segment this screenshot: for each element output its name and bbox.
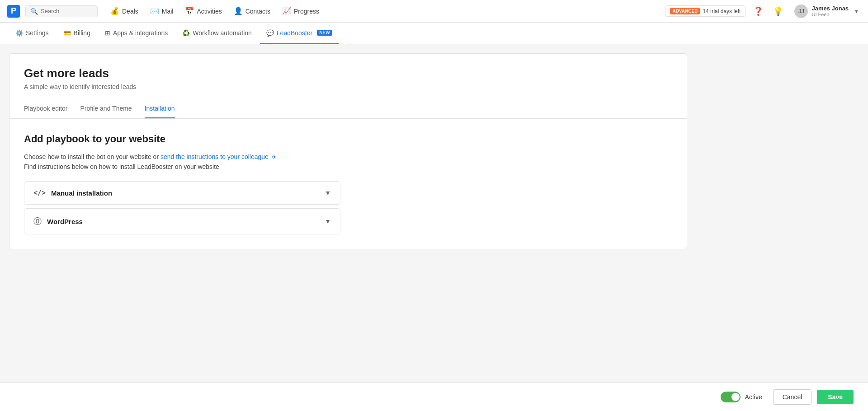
- avatar-initials: JJ: [798, 8, 804, 14]
- description-text: Choose how to install the bot on your we…: [24, 153, 672, 160]
- nav-right: ADVANCED 14 trial days left ❓ 💡 JJ James…: [665, 3, 863, 20]
- page-subtitle: A simple way to identify interested lead…: [24, 83, 672, 90]
- sec-nav-workflow-label: Workflow automation: [193, 29, 251, 37]
- progress-icon: 📈: [282, 7, 291, 15]
- user-info: James Jonas UI Feed: [811, 5, 849, 17]
- tab-profile[interactable]: Profile and Theme: [80, 99, 132, 118]
- sec-nav-billing-label: Billing: [74, 29, 90, 37]
- avatar: JJ: [794, 5, 808, 18]
- user-profile[interactable]: JJ James Jonas UI Feed ▼: [791, 3, 863, 20]
- find-text: Find instructions below on how to instal…: [24, 163, 672, 170]
- link-text: send the instructions to your colleague: [160, 153, 269, 160]
- sec-nav-billing[interactable]: 💳 Billing: [57, 23, 97, 44]
- search-box[interactable]: 🔍: [25, 5, 98, 17]
- card-body: Add playbook to your website Choose how …: [9, 119, 687, 249]
- accordion: </> Manual installation ▼ ⓪ WordPress ▼: [24, 181, 340, 234]
- settings-icon: ⚙️: [15, 29, 23, 37]
- activities-icon: 📅: [185, 7, 194, 15]
- tab-installation-label: Installation: [145, 105, 175, 112]
- tips-button[interactable]: 💡: [771, 4, 785, 19]
- nav-label-progress: Progress: [294, 8, 319, 15]
- top-nav: P 🔍 💰 Deals ✉️ Mail 📅 Activities 👤 Conta…: [0, 0, 868, 23]
- mail-icon: ✉️: [150, 7, 159, 15]
- send-icon: ✈: [272, 154, 277, 160]
- trial-text: 14 trial days left: [703, 8, 741, 14]
- accordion-item-wordpress: ⓪ WordPress ▼: [24, 208, 340, 234]
- accordion-item-manual: </> Manual installation ▼: [24, 181, 340, 205]
- help-icon: ❓: [753, 6, 763, 16]
- trial-badge[interactable]: ADVANCED 14 trial days left: [665, 5, 745, 17]
- active-toggle[interactable]: [721, 392, 741, 402]
- content-card: Get more leads A simple way to identify …: [9, 53, 687, 249]
- main-content: Get more leads A simple way to identify …: [0, 44, 868, 411]
- tab-playbook-label: Playbook editor: [24, 105, 68, 112]
- card-header: Get more leads A simple way to identify …: [9, 54, 687, 99]
- sec-nav-apps-label: Apps & integrations: [113, 29, 168, 37]
- sec-nav-leadbooster-label: LeadBooster: [277, 29, 312, 37]
- accordion-left-wordpress: ⓪ WordPress: [33, 216, 83, 227]
- bottom-bar: Active Cancel Save: [0, 382, 868, 411]
- accordion-left-manual: </> Manual installation: [33, 189, 112, 197]
- search-input[interactable]: [41, 8, 90, 14]
- leadbooster-icon: 💬: [266, 29, 274, 37]
- app-logo[interactable]: P: [5, 3, 22, 19]
- section-title: Add playbook to your website: [24, 133, 672, 145]
- nav-item-progress[interactable]: 📈 Progress: [277, 4, 325, 18]
- accordion-header-wordpress[interactable]: ⓪ WordPress ▼: [24, 209, 340, 234]
- colleague-link[interactable]: send the instructions to your colleague: [160, 153, 269, 160]
- chevron-down-icon: ▼: [325, 189, 331, 196]
- sec-nav-settings-label: Settings: [26, 29, 49, 37]
- accordion-label-wordpress: WordPress: [47, 218, 83, 225]
- description-prefix: Choose how to install the bot on your we…: [24, 153, 160, 160]
- search-icon: 🔍: [30, 8, 38, 15]
- wordpress-icon: ⓪: [33, 216, 42, 227]
- sec-nav-leadbooster[interactable]: 💬 LeadBooster NEW: [260, 23, 339, 44]
- toggle-wrapper: Active: [721, 392, 762, 402]
- accordion-label-manual: Manual installation: [51, 189, 112, 197]
- nav-item-contacts[interactable]: 👤 Contacts: [228, 4, 276, 18]
- nav-label-contacts: Contacts: [245, 8, 270, 15]
- tab-playbook[interactable]: Playbook editor: [24, 99, 68, 118]
- nav-label-mail: Mail: [162, 8, 174, 15]
- toggle-slider: [721, 392, 741, 402]
- help-button[interactable]: ❓: [751, 4, 765, 19]
- toggle-label: Active: [745, 393, 762, 401]
- billing-icon: 💳: [63, 29, 71, 37]
- nav-label-activities: Activities: [197, 8, 222, 15]
- chevron-down-icon-wp: ▼: [325, 218, 331, 225]
- second-nav: ⚙️ Settings 💳 Billing ⊞ Apps & integrati…: [0, 23, 868, 44]
- contacts-icon: 👤: [234, 7, 243, 15]
- accordion-header-manual[interactable]: </> Manual installation ▼: [24, 182, 340, 204]
- advanced-tag: ADVANCED: [670, 8, 700, 14]
- user-name: James Jonas: [811, 5, 849, 12]
- page-title: Get more leads: [24, 66, 672, 80]
- nav-items: 💰 Deals ✉️ Mail 📅 Activities 👤 Contacts …: [105, 4, 665, 18]
- card-tabs: Playbook editor Profile and Theme Instal…: [9, 99, 687, 119]
- cancel-button[interactable]: Cancel: [773, 389, 812, 405]
- tab-profile-label: Profile and Theme: [80, 105, 132, 112]
- workflow-icon: ♻️: [182, 29, 190, 37]
- apps-icon: ⊞: [105, 29, 110, 37]
- code-icon: </>: [33, 189, 46, 197]
- nav-item-mail[interactable]: ✉️ Mail: [145, 4, 179, 18]
- sec-nav-settings[interactable]: ⚙️ Settings: [9, 23, 55, 44]
- nav-label-deals: Deals: [122, 8, 138, 15]
- nav-item-activities[interactable]: 📅 Activities: [179, 4, 227, 18]
- save-button[interactable]: Save: [817, 390, 854, 404]
- nav-item-deals[interactable]: 💰 Deals: [105, 4, 144, 18]
- lightbulb-icon: 💡: [773, 6, 783, 16]
- tab-installation[interactable]: Installation: [145, 99, 175, 118]
- logo-icon: P: [7, 5, 20, 18]
- user-sub: UI Feed: [811, 12, 849, 17]
- new-badge: NEW: [317, 30, 332, 36]
- sec-nav-workflow[interactable]: ♻️ Workflow automation: [176, 23, 258, 44]
- user-dropdown-icon: ▼: [854, 9, 859, 14]
- sec-nav-apps[interactable]: ⊞ Apps & integrations: [99, 23, 174, 44]
- deals-icon: 💰: [110, 7, 119, 15]
